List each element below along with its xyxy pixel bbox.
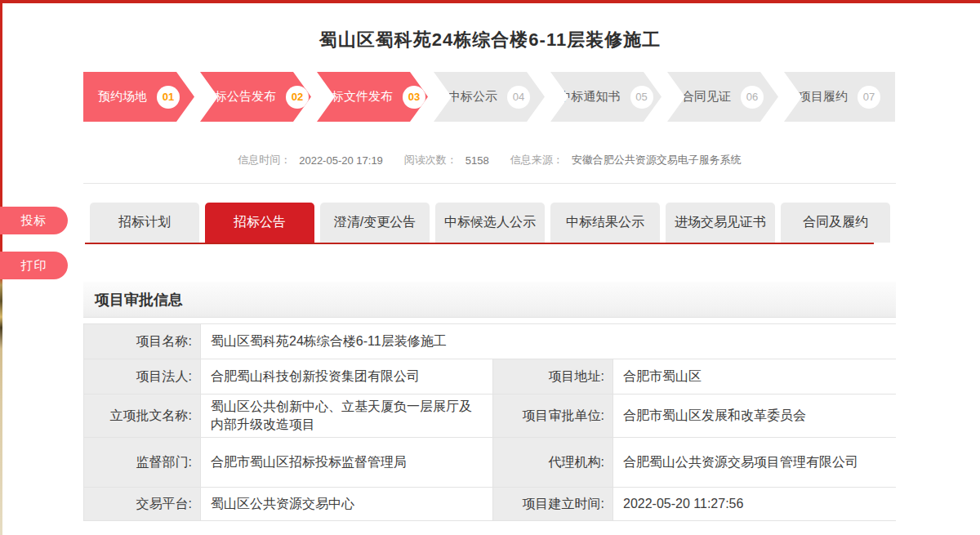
step-number-badge: 06: [741, 86, 764, 109]
table-value-project-create-time: 2022-05-20 11:27:56: [613, 488, 897, 520]
step-number-badge: 07: [858, 86, 880, 109]
table-value-approval-doc-name: 蜀山区公共创新中心、立基天厦负一层展厅及内部升级改造项目: [201, 395, 492, 437]
step-label: 中标公示: [448, 89, 497, 105]
print-button[interactable]: 打印: [0, 252, 68, 279]
page-title: 蜀山区蜀科苑24栋综合楼6-11层装修施工: [0, 28, 980, 52]
process-steps: 预约场地 01 招标公告发布 02 招标文件发布 03 中标公示 04 中标通知…: [83, 72, 895, 122]
table-label-trade-platform: 交易平台:: [84, 488, 200, 520]
step-label: 招标公告发布: [203, 89, 276, 105]
table-label-project-name: 项目名称:: [84, 324, 200, 359]
tabs-red-underline: [85, 243, 874, 244]
table-value-approval-authority: 合肥市蜀山区发展和改革委员会: [613, 395, 897, 437]
step-number-badge: 04: [507, 86, 530, 109]
table-label-approval-authority: 项目审批单位:: [493, 395, 612, 437]
table-label-supervision-dept: 监督部门:: [84, 438, 200, 487]
step-number-badge: 05: [630, 86, 653, 109]
step-label: 招标文件发布: [319, 89, 393, 105]
tab-tender-plan[interactable]: 招标计划: [90, 203, 199, 243]
content-tabs: 招标计划 招标公告 澄清/变更公告 中标候选人公示 中标结果公示 进场交易见证书…: [90, 203, 890, 243]
step-label: 中标通知书: [559, 89, 621, 105]
section-title-project-approval: 项目审批信息: [83, 282, 896, 318]
step-label: 预约场地: [98, 89, 147, 105]
table-value-agency: 合肥蜀山公共资源交易项目管理有限公司: [613, 438, 897, 487]
table-label-agency: 代理机构:: [493, 438, 612, 487]
step-project-performance: 项目履约 07: [784, 72, 895, 122]
step-award-notice: 中标通知书 05: [550, 72, 662, 122]
top-red-bar: [0, 0, 980, 3]
step-label: 合同见证: [682, 89, 731, 105]
info-source-label: 信息来源：: [510, 153, 564, 167]
tab-clarification-change[interactable]: 澄清/变更公告: [320, 203, 430, 243]
table-value-supervision-dept: 合肥市蜀山区招标投标监督管理局: [201, 438, 492, 487]
info-meta-line: 信息时间： 2022-05-20 17:19 阅读次数： 5158 信息来源： …: [83, 153, 896, 167]
table-label-project-address: 项目地址:: [493, 359, 612, 394]
table-value-project-name: 蜀山区蜀科苑24栋综合楼6-11层装修施工: [201, 324, 897, 359]
view-count-label: 阅读次数：: [404, 153, 457, 167]
project-approval-table: 项目名称: 蜀山区蜀科苑24栋综合楼6-11层装修施工 项目法人: 合肥蜀山科技…: [83, 323, 896, 521]
info-time-value: 2022-05-20 17:19: [299, 154, 383, 167]
info-time-label: 信息时间：: [238, 153, 291, 167]
tab-tender-announcement[interactable]: 招标公告: [205, 203, 314, 243]
tab-result-publicity[interactable]: 中标结果公示: [550, 203, 660, 243]
table-label-legal-person: 项目法人:: [84, 359, 200, 394]
horizontal-divider: [83, 183, 896, 184]
view-count-value: 5158: [466, 154, 489, 167]
step-number-badge: 03: [403, 86, 425, 109]
tab-contract-performance[interactable]: 合同及履约: [781, 203, 890, 243]
table-value-project-address: 合肥市蜀山区: [613, 359, 897, 394]
page: 蜀山区蜀科苑24栋综合楼6-11层装修施工 预约场地 01 招标公告发布 02 …: [0, 0, 980, 535]
info-source-value: 安徽合肥公共资源交易电子服务系统: [572, 153, 742, 167]
step-tender-announcement: 招标公告发布 02: [200, 72, 311, 122]
step-label: 项目履约: [799, 89, 848, 105]
tab-candidate-publicity[interactable]: 中标候选人公示: [435, 203, 545, 243]
step-number-badge: 02: [286, 86, 309, 109]
step-contract-witness: 合同见证 06: [667, 72, 778, 122]
bid-button[interactable]: 投标: [0, 207, 68, 234]
table-label-approval-doc-name: 立项批文名称:: [84, 395, 200, 437]
table-label-project-create-time: 项目建立时间:: [493, 488, 612, 520]
step-number-badge: 01: [157, 86, 180, 109]
step-tender-documents: 招标文件发布 03: [317, 72, 428, 122]
tab-entry-trade-certificate[interactable]: 进场交易见证书: [666, 203, 775, 243]
step-winner-publicity: 中标公示 04: [434, 72, 545, 122]
step-reserve-venue: 预约场地 01: [83, 72, 194, 122]
table-value-legal-person: 合肥蜀山科技创新投资集团有限公司: [201, 359, 492, 394]
table-value-trade-platform: 蜀山区公共资源交易中心: [201, 488, 492, 520]
agency-text: 合肥蜀山公共资源交易项目管理有限公司: [623, 453, 858, 471]
